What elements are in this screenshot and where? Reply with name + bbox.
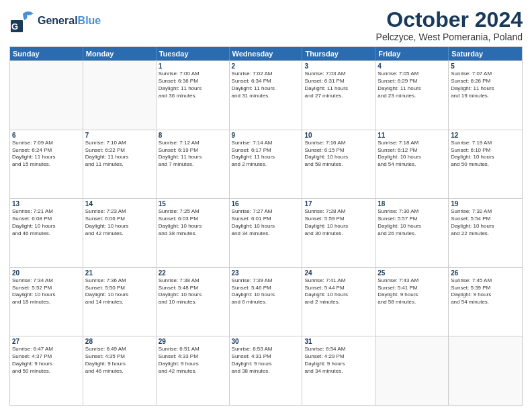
day-number: 22 bbox=[159, 269, 227, 277]
day-number: 21 bbox=[85, 269, 154, 277]
cell-week5-day4: 30Sunrise: 6:53 AM Sunset: 4:31 PM Dayli… bbox=[230, 336, 303, 405]
logo-text-block: GeneralBlue bbox=[38, 15, 101, 27]
cell-week4-day5: 24Sunrise: 7:41 AM Sunset: 5:44 PM Dayli… bbox=[302, 268, 375, 336]
cell-week5-day6 bbox=[375, 336, 449, 405]
cell-content: Sunrise: 7:41 AM Sunset: 5:44 PM Dayligh… bbox=[304, 277, 373, 306]
cell-week2-day1: 6Sunrise: 7:09 AM Sunset: 6:24 PM Daylig… bbox=[10, 130, 83, 199]
header-sunday: Sunday bbox=[10, 47, 83, 60]
week-row-1: 1Sunrise: 7:00 AM Sunset: 6:36 PM Daylig… bbox=[10, 60, 522, 130]
day-number: 27 bbox=[12, 338, 81, 345]
logo: G GeneralBlue bbox=[9, 8, 101, 34]
header-wednesday: Wednesday bbox=[230, 47, 303, 60]
cell-week3-day7: 19Sunrise: 7:32 AM Sunset: 5:54 PM Dayli… bbox=[449, 199, 522, 267]
cell-content: Sunrise: 6:54 AM Sunset: 4:29 PM Dayligh… bbox=[304, 346, 373, 375]
header-tuesday: Tuesday bbox=[157, 47, 230, 60]
cell-week1-day4: 2Sunrise: 7:02 AM Sunset: 6:34 PM Daylig… bbox=[230, 61, 303, 130]
cell-week3-day6: 18Sunrise: 7:30 AM Sunset: 5:57 PM Dayli… bbox=[375, 199, 449, 267]
subtitle: Pelczyce, West Pomerania, Poland bbox=[376, 32, 523, 42]
header: G GeneralBlue October 2024 Pelczyce, Wes… bbox=[9, 8, 523, 42]
cell-week1-day2 bbox=[83, 61, 157, 130]
cell-content: Sunrise: 7:28 AM Sunset: 5:59 PM Dayligh… bbox=[304, 208, 373, 237]
cell-week4-day7: 26Sunrise: 7:45 AM Sunset: 5:39 PM Dayli… bbox=[449, 268, 522, 336]
day-number: 15 bbox=[159, 200, 227, 208]
svg-text:G: G bbox=[11, 21, 18, 32]
header-saturday: Saturday bbox=[449, 47, 522, 60]
day-number: 17 bbox=[304, 200, 373, 208]
day-number: 2 bbox=[232, 62, 300, 70]
day-number: 11 bbox=[378, 132, 446, 139]
cell-content: Sunrise: 7:45 AM Sunset: 5:39 PM Dayligh… bbox=[451, 277, 520, 306]
day-number: 4 bbox=[378, 62, 446, 70]
cell-content: Sunrise: 6:49 AM Sunset: 4:35 PM Dayligh… bbox=[85, 346, 154, 375]
cell-content: Sunrise: 7:34 AM Sunset: 5:52 PM Dayligh… bbox=[12, 277, 81, 306]
day-number: 12 bbox=[451, 132, 520, 139]
cell-week2-day6: 11Sunrise: 7:18 AM Sunset: 6:12 PM Dayli… bbox=[375, 130, 449, 199]
week-row-5: 27Sunrise: 6:47 AM Sunset: 4:37 PM Dayli… bbox=[10, 336, 522, 405]
cell-content: Sunrise: 7:10 AM Sunset: 6:22 PM Dayligh… bbox=[85, 140, 154, 169]
cell-content: Sunrise: 7:12 AM Sunset: 6:19 PM Dayligh… bbox=[159, 140, 227, 169]
cell-content: Sunrise: 7:27 AM Sunset: 6:01 PM Dayligh… bbox=[232, 208, 300, 237]
cell-week4-day4: 23Sunrise: 7:39 AM Sunset: 5:46 PM Dayli… bbox=[230, 268, 303, 336]
cell-content: Sunrise: 7:38 AM Sunset: 5:48 PM Dayligh… bbox=[159, 277, 227, 306]
week-row-3: 13Sunrise: 7:21 AM Sunset: 6:08 PM Dayli… bbox=[10, 198, 522, 267]
cell-content: Sunrise: 7:25 AM Sunset: 6:03 PM Dayligh… bbox=[159, 208, 227, 237]
cell-content: Sunrise: 7:36 AM Sunset: 5:50 PM Dayligh… bbox=[85, 277, 154, 306]
logo-line1: GeneralBlue bbox=[38, 15, 101, 27]
day-number: 1 bbox=[159, 62, 227, 70]
cell-content: Sunrise: 7:18 AM Sunset: 6:12 PM Dayligh… bbox=[378, 140, 446, 169]
day-number: 8 bbox=[159, 132, 227, 139]
cell-content: Sunrise: 7:03 AM Sunset: 6:31 PM Dayligh… bbox=[304, 71, 373, 99]
cell-content: Sunrise: 7:00 AM Sunset: 6:36 PM Dayligh… bbox=[159, 71, 227, 99]
title-section: October 2024 Pelczyce, West Pomerania, P… bbox=[376, 8, 523, 42]
cell-week2-day2: 7Sunrise: 7:10 AM Sunset: 6:22 PM Daylig… bbox=[83, 130, 157, 199]
day-number: 5 bbox=[451, 62, 520, 70]
day-number: 9 bbox=[232, 132, 300, 139]
cell-week1-day3: 1Sunrise: 7:00 AM Sunset: 6:36 PM Daylig… bbox=[157, 61, 230, 130]
cell-week5-day5: 31Sunrise: 6:54 AM Sunset: 4:29 PM Dayli… bbox=[302, 336, 375, 405]
cell-week3-day3: 15Sunrise: 7:25 AM Sunset: 6:03 PM Dayli… bbox=[157, 199, 230, 267]
day-number: 25 bbox=[378, 269, 446, 277]
calendar: Sunday Monday Tuesday Wednesday Thursday… bbox=[9, 46, 523, 406]
calendar-body: 1Sunrise: 7:00 AM Sunset: 6:36 PM Daylig… bbox=[10, 60, 522, 405]
cell-content: Sunrise: 7:05 AM Sunset: 6:29 PM Dayligh… bbox=[378, 71, 446, 99]
cell-content: Sunrise: 7:02 AM Sunset: 6:34 PM Dayligh… bbox=[232, 71, 300, 99]
day-number: 31 bbox=[304, 338, 373, 345]
day-number: 7 bbox=[85, 132, 154, 139]
header-monday: Monday bbox=[83, 47, 157, 60]
cell-week5-day2: 28Sunrise: 6:49 AM Sunset: 4:35 PM Dayli… bbox=[83, 336, 157, 405]
header-friday: Friday bbox=[375, 47, 449, 60]
cell-content: Sunrise: 7:23 AM Sunset: 6:06 PM Dayligh… bbox=[85, 208, 154, 237]
cell-week3-day5: 17Sunrise: 7:28 AM Sunset: 5:59 PM Dayli… bbox=[302, 199, 375, 267]
day-number: 18 bbox=[378, 200, 446, 208]
cell-content: Sunrise: 7:19 AM Sunset: 6:10 PM Dayligh… bbox=[451, 140, 520, 169]
cell-week1-day1 bbox=[10, 61, 83, 130]
cell-week2-day4: 9Sunrise: 7:14 AM Sunset: 6:17 PM Daylig… bbox=[230, 130, 303, 199]
cell-week3-day4: 16Sunrise: 7:27 AM Sunset: 6:01 PM Dayli… bbox=[230, 199, 303, 267]
day-number: 30 bbox=[232, 338, 300, 345]
cell-content: Sunrise: 7:07 AM Sunset: 6:26 PM Dayligh… bbox=[451, 71, 520, 99]
cell-week4-day6: 25Sunrise: 7:43 AM Sunset: 5:41 PM Dayli… bbox=[375, 268, 449, 336]
cell-week4-day3: 22Sunrise: 7:38 AM Sunset: 5:48 PM Dayli… bbox=[157, 268, 230, 336]
day-number: 29 bbox=[159, 338, 227, 345]
day-number: 14 bbox=[85, 200, 154, 208]
day-number: 23 bbox=[232, 269, 300, 277]
cell-content: Sunrise: 6:53 AM Sunset: 4:31 PM Dayligh… bbox=[232, 346, 300, 375]
day-number: 19 bbox=[451, 200, 520, 208]
week-row-2: 6Sunrise: 7:09 AM Sunset: 6:24 PM Daylig… bbox=[10, 130, 522, 199]
calendar-header: Sunday Monday Tuesday Wednesday Thursday… bbox=[10, 47, 522, 60]
cell-week5-day1: 27Sunrise: 6:47 AM Sunset: 4:37 PM Dayli… bbox=[10, 336, 83, 405]
cell-content: Sunrise: 6:51 AM Sunset: 4:33 PM Dayligh… bbox=[159, 346, 227, 375]
day-number: 13 bbox=[12, 200, 81, 208]
day-number: 10 bbox=[304, 132, 373, 139]
cell-week5-day3: 29Sunrise: 6:51 AM Sunset: 4:33 PM Dayli… bbox=[157, 336, 230, 405]
cell-content: Sunrise: 7:16 AM Sunset: 6:15 PM Dayligh… bbox=[304, 140, 373, 169]
cell-week1-day6: 4Sunrise: 7:05 AM Sunset: 6:29 PM Daylig… bbox=[375, 61, 449, 130]
main-title: October 2024 bbox=[376, 8, 523, 32]
cell-content: Sunrise: 6:47 AM Sunset: 4:37 PM Dayligh… bbox=[12, 346, 81, 375]
cell-week2-day3: 8Sunrise: 7:12 AM Sunset: 6:19 PM Daylig… bbox=[157, 130, 230, 199]
cell-week1-day5: 3Sunrise: 7:03 AM Sunset: 6:31 PM Daylig… bbox=[302, 61, 375, 130]
day-number: 24 bbox=[304, 269, 373, 277]
day-number: 20 bbox=[12, 269, 81, 277]
cell-week1-day7: 5Sunrise: 7:07 AM Sunset: 6:26 PM Daylig… bbox=[449, 61, 522, 130]
cell-content: Sunrise: 7:32 AM Sunset: 5:54 PM Dayligh… bbox=[451, 208, 520, 237]
